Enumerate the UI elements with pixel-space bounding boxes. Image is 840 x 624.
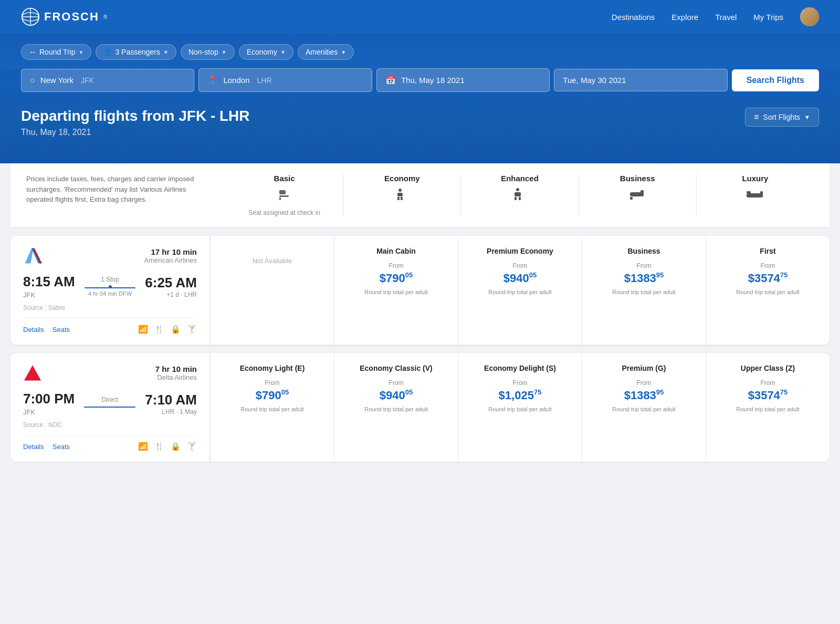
cabin-icon-business (584, 187, 691, 205)
svg-point-7 (398, 189, 402, 192)
fare-col-0-4[interactable]: First From $357475 Round trip total per … (706, 236, 830, 345)
stops-label: Non-stop (188, 48, 218, 56)
fare-col-0-3[interactable]: Business From $138395 Round trip total p… (582, 236, 706, 345)
stop-info-0: 1 Stop 4 hr 04 min DFW (80, 276, 140, 297)
origin-city: New York (40, 76, 74, 85)
nav-explore[interactable]: Explore (671, 13, 698, 22)
flight-info-1: 7 hr 10 min Delta Airlines 7:00 PM JFK D… (10, 353, 210, 462)
card-actions-0: Details Seats 📶 🍴 🔒 🍸 (23, 318, 197, 334)
fare-col-1-0[interactable]: Economy Light (E) From $79005 Round trip… (210, 353, 334, 462)
results-header: Departing flights from JFK - LHR Thu, Ma… (21, 92, 819, 142)
search-flights-button[interactable]: Search Flights (732, 69, 819, 91)
amenities-label: Amenities (306, 48, 338, 56)
fare-cents-1-1: 05 (405, 389, 413, 396)
duration-time-1: 7 hr 10 min (48, 365, 197, 373)
amenity-icons-0: 📶 🍴 🔒 🍸 (138, 325, 197, 334)
svg-rect-4 (279, 190, 286, 194)
fare-cents-0-4: 75 (780, 272, 788, 278)
amenities-selector[interactable]: Amenities ▼ (298, 44, 354, 60)
airline-logo-delta (23, 363, 42, 382)
fare-cents-0-2: 05 (529, 272, 537, 278)
fare-amount-0-2: $940 (503, 272, 529, 285)
fare-col-0-2[interactable]: Premium Economy From $94005 Round trip t… (458, 236, 582, 345)
airline-logo-aa (23, 246, 42, 265)
fare-from-0-2: From (465, 262, 575, 269)
details-link-1[interactable]: Details (23, 443, 44, 451)
round-trip-arrow: ▼ (78, 49, 83, 55)
fare-note-0-3: Round trip total per adult (589, 288, 699, 296)
arr-time-1: 7:10 AM (145, 392, 197, 408)
page-subtitle: Thu, May 18, 2021 (21, 128, 250, 137)
svg-rect-17 (630, 197, 633, 200)
fare-col-1-3[interactable]: Premium (G) From $138395 Round trip tota… (582, 353, 706, 462)
fare-note-0-1: Round trip total per adult (341, 288, 452, 296)
fare-note-0-2: Round trip total per adult (465, 288, 575, 296)
cabin-name-economy: Economy (349, 174, 455, 183)
fare-name-0-2: Premium Economy (465, 246, 575, 256)
fare-amount-0-4: $3574 (748, 272, 780, 285)
fare-col-1-4[interactable]: Upper Class (Z) From $357475 Round trip … (706, 353, 830, 462)
fare-col-1-1[interactable]: Economy Classic (V) From $94005 Round tr… (334, 353, 458, 462)
search-bar: ○ New York JFK 📍 London LHR 📅 Thu, May 1… (21, 68, 819, 92)
fare-amount-1-2: $1,025 (499, 389, 534, 402)
cabin-label: Economy (247, 48, 277, 56)
cabin-headers: Basic Seat assigned at check in Economy (226, 174, 814, 216)
svg-marker-23 (25, 248, 34, 264)
header: FROSCH ® Destinations Explore Travel My … (0, 0, 840, 34)
origin-code: JFK (81, 76, 94, 85)
svg-rect-19 (760, 191, 763, 197)
depart-date-input[interactable]: 📅 Thu, May 18 2021 (376, 68, 550, 92)
return-date-input[interactable]: Tue, May 30 2021 (554, 69, 727, 91)
round-trip-selector[interactable]: ↔ Round Trip ▼ (21, 44, 91, 60)
destination-input[interactable]: 📍 London LHR (198, 68, 372, 92)
disclaimer-row: Prices include taxes, fees, charges and … (10, 163, 830, 227)
stop-label-1: Direct (80, 396, 140, 403)
svg-rect-14 (519, 197, 521, 200)
results-title-block: Departing flights from JFK - LHR Thu, Ma… (21, 108, 250, 137)
flight-info-0: 17 hr 10 min American Airlines 8:15 AM J… (10, 236, 210, 345)
seats-link-1[interactable]: Seats (52, 443, 70, 451)
svg-marker-24 (24, 366, 41, 381)
flight-card-0: 17 hr 10 min American Airlines 8:15 AM J… (10, 236, 830, 345)
svg-rect-10 (401, 197, 403, 200)
cabin-icon-luxury (702, 187, 808, 205)
nav-travel[interactable]: Travel (715, 13, 737, 22)
source-1: Source : NDC (23, 421, 197, 429)
flight-times-1: 7:00 PM JFK Direct 7:10 AM LHR · 1 May (23, 391, 197, 416)
duration-time-0: 17 hr 10 min (48, 247, 197, 256)
avatar[interactable] (800, 7, 819, 26)
destination-city: London (223, 76, 249, 85)
calendar-icon: 📅 (385, 75, 396, 85)
sort-label: Sort Flights (763, 113, 800, 121)
dep-time-0: 8:15 AM (23, 274, 75, 290)
fare-cents-1-0: 05 (281, 389, 289, 396)
not-available-label: Not Available (217, 246, 328, 265)
round-trip-label: Round Trip (39, 48, 75, 56)
fare-col-0-0[interactable]: Not Available (210, 236, 334, 345)
svg-rect-16 (640, 190, 644, 196)
cabin-note-basic: Seat assigned at check in (231, 209, 338, 216)
nav-my-trips[interactable]: My Trips (753, 13, 783, 22)
flight-times-0: 8:15 AM JFK 1 Stop 4 hr 04 min DFW 6:25 … (23, 274, 197, 299)
cabin-col-enhanced: Enhanced (460, 174, 578, 216)
search-options: ↔ Round Trip ▼ 👤 3 Passengers ▼ Non-stop… (21, 44, 819, 60)
fare-col-0-1[interactable]: Main Cabin From $79005 Round trip total … (334, 236, 458, 345)
sort-flights-button[interactable]: ≡ Sort Flights ▼ (745, 108, 819, 127)
svg-rect-8 (397, 193, 403, 196)
cabin-icon-enhanced (466, 187, 573, 205)
passengers-selector[interactable]: 👤 3 Passengers ▼ (96, 44, 176, 60)
passengers-arrow: ▼ (163, 49, 169, 55)
origin-input[interactable]: ○ New York JFK (21, 69, 194, 92)
wifi-icon-0: 📶 (138, 325, 148, 334)
svg-rect-9 (397, 197, 400, 200)
stops-arrow: ▼ (222, 49, 227, 55)
cabin-selector[interactable]: Economy ▼ (239, 44, 293, 60)
seats-link-0[interactable]: Seats (52, 326, 70, 334)
nav-destinations[interactable]: Destinations (612, 13, 655, 22)
fare-name-1-4: Upper Class (Z) (712, 363, 823, 373)
arr-time-0: 6:25 AM (145, 275, 197, 291)
fare-col-1-2[interactable]: Economy Delight (S) From $1,02575 Round … (458, 353, 582, 462)
stops-selector[interactable]: Non-stop ▼ (181, 44, 235, 60)
details-link-0[interactable]: Details (23, 326, 44, 334)
fare-amount-1-3: $1383 (624, 389, 656, 402)
